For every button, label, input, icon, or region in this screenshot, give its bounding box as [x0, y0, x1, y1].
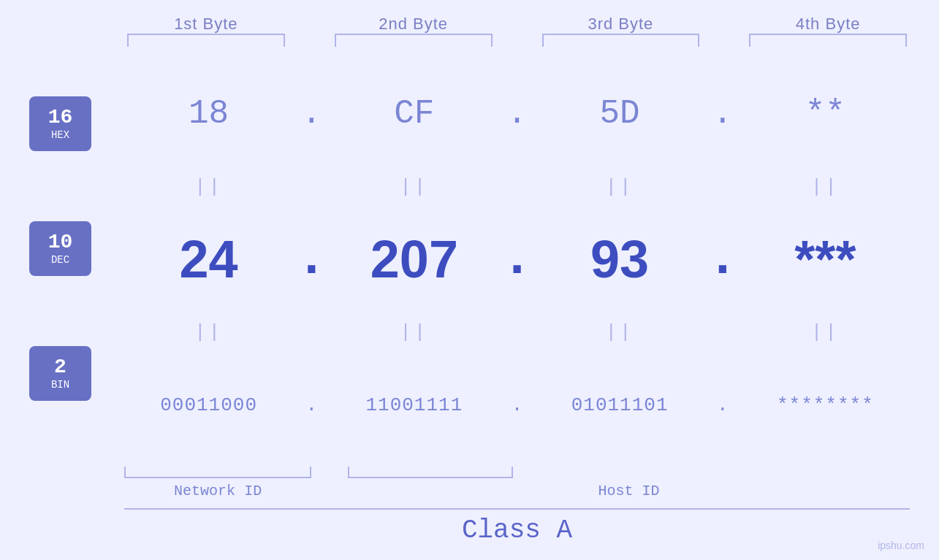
hex-value-4: **: [805, 95, 845, 133]
hex-row: 18 . CF . 5D . **: [124, 54, 910, 174]
class-label: Class A: [124, 515, 910, 545]
badge-hex-label: HEX: [51, 129, 69, 141]
dec-value-3: 93: [590, 230, 649, 288]
dot-3: .: [704, 95, 741, 133]
bin-cell-2: 11001111: [330, 394, 498, 416]
badge-bin-label: BIN: [51, 379, 69, 391]
bin-cell-1: 00011000: [124, 394, 293, 416]
bin-row: 00011000 . 11001111 . 01011101 .: [124, 345, 910, 465]
top-bracket-2: [335, 34, 493, 47]
eq-cell-1: ||: [124, 176, 293, 198]
dec-value-1: 24: [180, 230, 238, 288]
dec-cell-2: 207: [330, 229, 498, 289]
eq2-cell-2: ||: [330, 321, 498, 343]
bin-cell-3: 01011101: [536, 394, 704, 416]
byte-header-2: 2nd Byte: [332, 15, 495, 34]
dec-value-4: ***: [794, 230, 856, 288]
byte-headers: 1st Byte 2nd Byte 3rd Byte 4th Byte: [29, 15, 910, 34]
watermark: ipshu.com: [878, 540, 924, 551]
dec-cell-4: ***: [741, 229, 910, 289]
badge-dec: 10 DEC: [29, 221, 91, 276]
dec-row: 24 . 207 . 93 . ***: [124, 199, 910, 319]
bracket-host-2: [550, 467, 712, 478]
bin-dot-2: .: [499, 394, 536, 416]
eq2-cell-4: ||: [741, 321, 910, 343]
badge-dec-number: 10: [48, 232, 73, 253]
bin-value-4: ********: [777, 394, 874, 416]
dec-cell-1: 24: [124, 229, 293, 289]
bracket-network: [124, 467, 311, 478]
bin-value-1: 00011000: [160, 394, 257, 416]
hex-cell-1: 18: [124, 95, 293, 133]
hex-value-3: 5D: [600, 95, 640, 133]
equals-row-2: || || || ||: [124, 320, 910, 345]
top-bracket-3: [542, 34, 700, 47]
badge-hex: 16 HEX: [29, 96, 91, 151]
bin-value-2: 11001111: [365, 394, 463, 416]
dec-value-2: 207: [370, 230, 458, 288]
dec-dot-1: .: [293, 229, 330, 289]
bin-bottom-brackets: [29, 467, 910, 478]
bin-dot-1: .: [293, 394, 330, 416]
top-bracket-1: [127, 34, 285, 47]
top-brackets: [29, 34, 910, 47]
main-container: 1st Byte 2nd Byte 3rd Byte 4th Byte 16 H…: [0, 0, 939, 560]
eq2-cell-1: ||: [124, 321, 293, 343]
content-area: 16 HEX 10 DEC 2 BIN 18 .: [29, 54, 910, 465]
hex-cell-4: **: [741, 95, 910, 133]
bin-value-3: 01011101: [571, 394, 669, 416]
hex-cell-3: 5D: [536, 95, 704, 133]
id-labels: Network ID Host ID: [29, 483, 910, 499]
eq-cell-3: ||: [536, 176, 704, 198]
badge-dec-label: DEC: [51, 254, 69, 266]
dot-1: .: [293, 95, 330, 133]
byte-header-4: 4th Byte: [746, 15, 910, 34]
bin-dot-3: .: [704, 394, 741, 416]
badges-column: 16 HEX 10 DEC 2 BIN: [29, 54, 124, 465]
class-footer: Class A: [29, 508, 910, 545]
bracket-host-3: [748, 467, 910, 478]
byte-header-1: 1st Byte: [124, 15, 288, 34]
hex-value-2: CF: [394, 95, 434, 133]
values-grid: 18 . CF . 5D . **: [124, 54, 910, 465]
host-id-label: Host ID: [598, 483, 660, 499]
dec-dot-2: .: [499, 229, 536, 289]
top-bracket-4: [749, 34, 907, 47]
dec-dot-3: .: [704, 229, 741, 289]
class-line: [124, 508, 910, 510]
eq2-cell-3: ||: [536, 321, 704, 343]
hex-cell-2: CF: [330, 95, 498, 133]
hex-value-1: 18: [189, 95, 229, 133]
badge-hex-number: 16: [48, 107, 73, 128]
dec-cell-3: 93: [536, 229, 704, 289]
eq-cell-4: ||: [741, 176, 910, 198]
byte-header-3: 3rd Byte: [539, 15, 703, 34]
bracket-host: [348, 467, 513, 478]
equals-row-1: || || || ||: [124, 174, 910, 199]
badge-bin-number: 2: [54, 357, 66, 377]
bin-cell-4: ********: [741, 394, 910, 416]
badge-bin: 2 BIN: [29, 346, 91, 401]
eq-cell-2: ||: [330, 176, 498, 198]
network-id-label: Network ID: [174, 483, 262, 499]
dot-2: .: [499, 95, 536, 133]
